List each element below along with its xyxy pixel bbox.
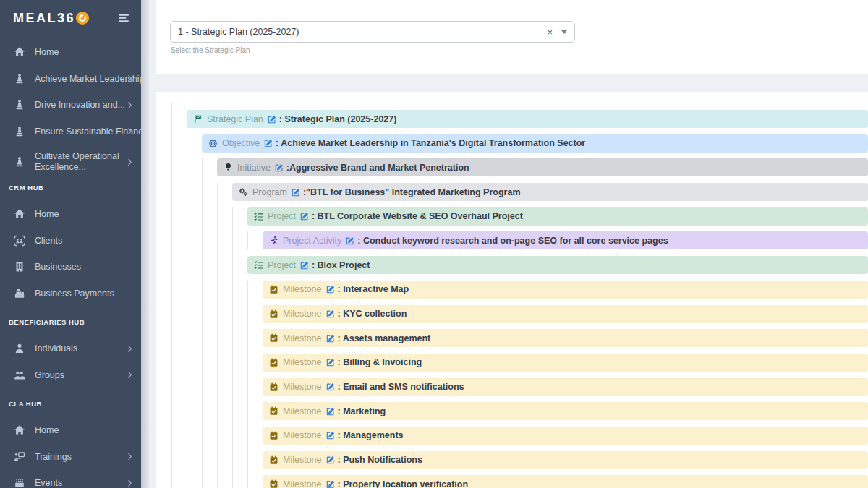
home-icon [14,208,25,220]
sidebar-item-businesses[interactable]: Businesses [0,254,141,281]
tree-row-project-activity[interactable]: Project Activity : Conduct keyword resea… [263,231,868,249]
main-area: 1 - Strategic Plan (2025-2027) × Select … [141,0,868,488]
row-type-label: Milestone [283,406,322,416]
sidebar-item-individuals[interactable]: Individuals [0,335,141,362]
tree-row-milestone[interactable]: Milestone : Interactive Map [263,281,868,299]
clear-selection-icon[interactable]: × [543,27,556,37]
edit-icon[interactable] [275,163,284,172]
strategic-plan-select[interactable]: 1 - Strategic Plan (2025-2027) × [170,21,575,43]
tree-row-milestone[interactable]: Milestone : Property location verificati… [263,475,868,488]
tree-row-milestone[interactable]: Milestone : Assets management [263,329,868,347]
edit-icon[interactable] [300,212,309,221]
chevron-right-icon [126,74,134,82]
row-value: : Achieve Market Leadership in Tanzania'… [276,138,585,148]
tree-row-objective[interactable]: Objective : Achieve Market Leadership in… [202,134,868,153]
flag-checkered-icon [193,114,203,124]
tree-row-project[interactable]: Project : Blox Project [247,256,868,274]
sidebar-item-ensure-sustainable-financial[interactable]: Ensure Sustainable Financial... [0,119,141,145]
tree-row-milestone[interactable]: Milestone : Marketing [263,402,868,420]
sidebar-item-trainings[interactable]: Trainings [0,444,141,471]
cash-register-icon [14,288,25,299]
edit-icon[interactable] [326,480,335,488]
edit-icon[interactable] [326,334,335,343]
sidebar-item-label: Businesses [35,262,81,272]
sidebar-item-label: Business Payments [35,288,114,299]
users-viewfinder-icon [14,235,25,247]
sidebar-item-home[interactable]: Home [0,39,141,66]
edit-icon[interactable] [326,309,335,318]
sidebar-item-label: Groups [35,370,64,380]
chevron-right-icon [126,101,134,109]
sidebar-item-achieve-market-leadership[interactable]: Achieve Market Leadership... [0,66,141,93]
edit-icon[interactable] [268,115,276,124]
row-type-label: Objective [222,138,260,148]
sidebar-item-events[interactable]: Events [0,470,141,488]
sidebar-item-cultivate-operational-excellence[interactable]: Cultivate Operational Excellence... [0,145,141,179]
tree-row-milestone[interactable]: Milestone : Email and SMS notifications [263,378,868,396]
sidebar-item-label: Home [35,209,59,219]
row-value: : Strategic Plan (2025-2027) [279,114,397,124]
chevron-right-icon [126,479,134,487]
edit-icon[interactable] [300,261,309,270]
tree-row-milestone[interactable]: Milestone : Billing & Invoicing [263,354,868,372]
edit-icon[interactable] [326,407,335,416]
row-value: : Blox Project [312,260,370,270]
plan-select-card: 1 - Strategic Plan (2025-2027) × Select … [156,0,868,74]
sidebar-item-business-payments[interactable]: Business Payments [0,281,141,307]
tree-row-milestone[interactable]: Milestone : KYC collection [263,305,868,323]
sidebar-section-cla-hub: CLA HUB [0,395,141,411]
tree-row-milestone[interactable]: Milestone : Managements [263,427,868,445]
calendar-check-icon [269,455,278,465]
edit-icon[interactable] [326,455,335,464]
calendar-check-icon [269,479,278,488]
row-value: : Interactive Map [338,284,409,294]
row-type-label: Strategic Plan [207,114,263,124]
sidebar-header: MEAL36 [0,0,141,36]
sidebar-item-label: Home [35,47,59,57]
calendar-check-icon [269,406,278,416]
strategy-icon [14,73,25,85]
bullseye-icon [208,139,218,148]
edit-icon[interactable] [292,188,300,197]
tree-row-milestone[interactable]: Milestone : Push Notifications [263,451,868,469]
chevron-right-icon [126,453,134,461]
sidebar-item-drive-innovation[interactable]: Drive Innovation and... [0,92,141,119]
building-icon [14,261,25,273]
edit-icon[interactable] [326,358,335,367]
people-icon [14,369,25,381]
edit-icon[interactable] [326,285,335,294]
tree-row-initiative[interactable]: Initiative :Aggressive Brand and Market … [217,158,868,176]
calendar-check-icon [269,285,278,294]
tree-row-program[interactable]: Program :"BTL for Business" Integrated M… [232,183,868,201]
row-type-label: Milestone [283,357,322,367]
row-value: : Marketing [338,406,386,416]
row-value: : Email and SMS notifications [338,382,464,392]
strategy-icon [14,99,25,111]
row-value: : Push Notifications [338,455,422,465]
strategy-icon [14,156,25,168]
row-type-label: Milestone [283,455,322,465]
edit-icon[interactable] [326,382,335,391]
sidebar-item-label: Events [35,478,62,488]
row-value: : BTL Corporate Website & SEO Overhaul P… [312,211,523,221]
sidebar-section-crm-hub: CRM HUB [0,179,141,195]
row-value: :Aggressive Brand and Market Penetration [286,163,469,173]
hamburger-menu-icon[interactable] [118,12,129,24]
edit-icon[interactable] [326,431,335,440]
tree-row-strategic-plan[interactable]: Strategic Plan : Strategic Plan (2025-20… [187,110,868,128]
sidebar-item-clients[interactable]: Clients [0,228,141,254]
tree-row-project[interactable]: Project : BTL Corporate Website & SEO Ov… [247,207,868,226]
sidebar-item-label: Drive Innovation and... [35,100,125,110]
sidebar-item-crm-home[interactable]: Home [0,201,141,228]
edit-icon[interactable] [346,236,354,245]
chevron-right-icon [126,345,134,353]
sidebar-item-groups[interactable]: Groups [0,362,141,389]
list-check-icon [254,260,263,270]
row-type-label: Program [252,187,287,197]
person-running-icon [269,236,278,245]
person-icon [14,343,25,354]
chevron-down-icon[interactable] [561,30,567,34]
person-chalkboard-icon [14,451,25,463]
edit-icon[interactable] [264,139,273,147]
sidebar-item-cla-home[interactable]: Home [0,417,141,444]
